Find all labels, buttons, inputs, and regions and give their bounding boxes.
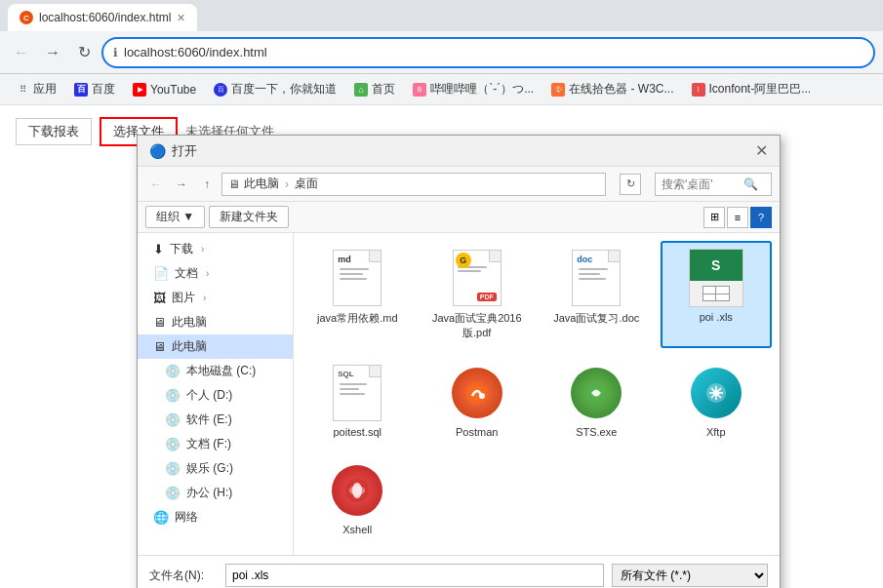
bookmark-baidu-label: 百度 [92,81,115,98]
sidebar-label-thispc-quick: 此电脑 [172,314,207,331]
file-item-pdf[interactable]: PDF G Java面试宝典2016版.pdf [421,241,534,348]
file-open-dialog: 🔵 打开 ✕ ← → ↑ 🖥 此电脑 › 桌面 ↻ [137,135,781,588]
search-icon: 🔍 [743,177,758,191]
dialog-back-btn[interactable]: ← [145,174,167,195]
bookmark-youtube-label: YouTube [150,83,196,97]
bookmark-home[interactable]: ⌂ 首页 [346,79,403,99]
drive-e-icon: 💿 [165,412,181,427]
sidebar-label-drive-g: 娱乐 (G:) [186,460,233,477]
filename-row: 文件名(N): 所有文件 (*.*) [149,564,768,587]
sidebar-item-drive-f[interactable]: 💿 文档 (F:) [138,432,293,456]
address-bar[interactable]: ℹ localhost:6060/index.html [101,37,875,68]
search-bar[interactable]: 🔍 [655,173,772,196]
dialog-close-btn[interactable]: ✕ [755,141,768,160]
sts-app-name: STS.exe [576,426,617,438]
dialog-actions-toolbar: 组织 ▼ 新建文件夹 ⊞ ≡ ? [138,202,780,233]
svg-point-3 [713,390,719,396]
bookmarks-bar: ⠿ 应用 百 百度 ▶ YouTube 百 百度一下，你就知道 ⌂ 首页 B 哔… [0,74,883,105]
active-tab[interactable]: C localhost:6060/index.html × [8,4,197,31]
baidu2-icon: 百 [214,83,227,97]
bookmark-iconfont-label: Iconfont-阿里巴巴... [709,81,812,98]
sidebar-label-drive-e: 软件 (E:) [186,412,232,428]
filetype-select[interactable]: 所有文件 (*.*) [612,564,768,587]
pdf-file-icon: PDF G [448,249,506,307]
file-item-postman[interactable]: Postman [421,356,534,446]
file-grid: md java常用依赖.md [294,233,780,555]
dialog-body: ⬇ 下载 › 📄 文档 › 🖼 图片 › 🖥 [138,233,780,555]
download-report-btn[interactable]: 下载报表 [16,118,92,145]
postman-app-name: Postman [456,426,498,438]
file-item-doc[interactable]: doc Java面试复习.doc [541,241,653,348]
iconfont-icon: I [692,83,705,97]
svg-point-6 [349,486,365,495]
bookmark-apps[interactable]: ⠿ 应用 [8,79,64,99]
bookmark-bili[interactable]: B 哔哩哔哩（`-´）つ... [405,79,542,99]
file-item-xshell[interactable]: Xshell [301,453,414,543]
file-item-xls[interactable]: S po [661,241,773,348]
xls-file-name: poi .xls [700,311,733,323]
sidebar-label-image: 图片 [172,290,195,306]
doc-file-icon: doc [567,249,625,307]
dialog-forward-btn[interactable]: → [171,174,192,195]
tab-favicon: C [20,11,33,24]
md-file-name: java常用依赖.md [317,311,398,326]
dialog-refresh-btn[interactable]: ↻ [620,174,641,195]
sidebar-item-network[interactable]: 🌐 网络 [138,505,293,529]
baidu-icon: 百 [74,83,88,97]
bookmark-baidu[interactable]: 百 百度 [66,79,123,99]
image-icon: 🖼 [153,291,166,305]
view-list-btn[interactable]: ≡ [727,207,748,228]
bookmark-apps-label: 应用 [33,81,57,98]
dialog-bottom: 文件名(N): 所有文件 (*.*) 打开(O) 取消 [138,555,780,588]
file-item-sts[interactable]: STS.exe [541,356,653,446]
dialog-nav-toolbar: ← → ↑ 🖥 此电脑 › 桌面 ↻ 🔍 [138,167,780,202]
drive-g-icon: 💿 [165,461,181,476]
view-toggle-btn[interactable]: ⊞ [703,207,725,228]
home-icon: ⌂ [354,83,368,97]
file-item-xftp[interactable]: Xftp [661,356,773,446]
bookmark-color[interactable]: 🎨 在线拾色器 - W3C... [543,79,681,99]
bookmark-baidu2-label: 百度一下，你就知道 [231,81,337,98]
dialog-up-btn[interactable]: ↑ [196,174,218,195]
path-bar[interactable]: 🖥 此电脑 › 桌面 [221,173,606,196]
bookmark-color-label: 在线拾色器 - W3C... [569,81,673,98]
network-icon: 🌐 [153,510,169,525]
browser-tabs: C localhost:6060/index.html × [0,0,883,31]
dialog-title: 打开 [172,142,755,160]
apps-icon: ⠿ [16,83,29,97]
drive-d-icon: 💿 [165,388,181,403]
bookmark-baidu2[interactable]: 百 百度一下，你就知道 [206,79,344,99]
forward-btn[interactable]: → [39,39,66,66]
sql-file-name: poitest.sql [333,426,381,438]
sidebar-item-drive-d[interactable]: 💿 个人 (D:) [138,383,293,408]
browser-window: C localhost:6060/index.html × ← → ↻ ℹ lo… [0,0,883,588]
sidebar-item-drive-g[interactable]: 💿 娱乐 (G:) [138,456,293,481]
help-btn[interactable]: ? [750,207,772,228]
sidebar-item-drive-c[interactable]: 💿 本地磁盘 (C:) [138,359,293,383]
tab-close-btn[interactable]: × [177,10,184,25]
search-input[interactable] [662,177,740,191]
doc-icon: 📄 [153,266,169,281]
sidebar-item-image[interactable]: 🖼 图片 › [138,286,293,310]
sidebar-item-drive-h[interactable]: 💿 办公 (H:) [138,481,293,505]
filename-label: 文件名(N): [149,568,218,584]
sidebar-item-thispc-quick[interactable]: 🖥 此电脑 [138,310,293,334]
sidebar-item-doc[interactable]: 📄 文档 › [138,261,293,286]
sidebar-item-download[interactable]: ⬇ 下载 › [138,237,293,261]
organize-btn[interactable]: 组织 ▼ [145,206,205,228]
refresh-btn[interactable]: ↻ [70,39,98,66]
sidebar-label-network: 网络 [175,509,198,526]
file-item-sql[interactable]: SQL poitest.sql [301,356,414,446]
svg-point-0 [465,381,489,405]
md-file-icon: md [328,249,386,307]
bookmark-youtube[interactable]: ▶ YouTube [125,81,204,98]
sidebar-label-thispc: 此电脑 [172,338,207,355]
bookmark-iconfont[interactable]: I Iconfont-阿里巴巴... [684,79,820,99]
sidebar-item-drive-e[interactable]: 💿 软件 (E:) [138,408,293,432]
new-folder-btn[interactable]: 新建文件夹 [209,206,289,228]
filename-input[interactable] [225,564,604,587]
back-btn[interactable]: ← [8,39,35,66]
xshell-app-name: Xshell [342,524,372,535]
sidebar-item-thispc[interactable]: 🖥 此电脑 [138,334,293,359]
file-item-md[interactable]: md java常用依赖.md [301,241,414,348]
